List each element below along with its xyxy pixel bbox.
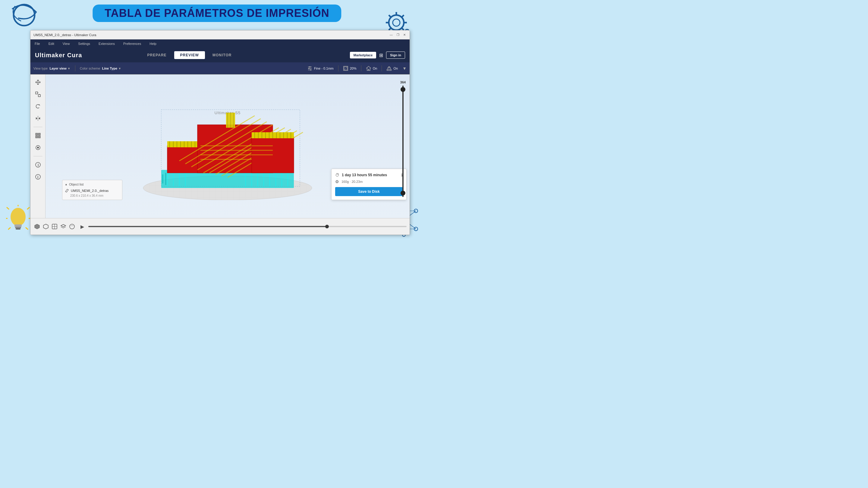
menu-settings[interactable]: Settings xyxy=(77,41,91,46)
slider-fill xyxy=(88,226,327,227)
svg-rect-21 xyxy=(15,227,21,228)
nav-tabs: PREPARE PREVIEW MONITOR xyxy=(141,51,238,59)
support-label: On xyxy=(373,67,377,70)
arrange-tool[interactable] xyxy=(33,131,43,140)
play-button[interactable]: ▶ xyxy=(79,223,86,230)
apps-icon[interactable]: ⊞ xyxy=(379,53,383,58)
menu-extensions[interactable]: Extensions xyxy=(97,41,116,46)
info-tool-2[interactable]: i xyxy=(33,172,43,182)
solid-view-icon[interactable] xyxy=(33,223,41,230)
xray-icon[interactable] xyxy=(51,223,58,230)
svg-text:i: i xyxy=(37,175,38,179)
logo-bold: Cura xyxy=(67,52,82,59)
adhesion-label: On xyxy=(393,67,398,70)
quality-value: Fine - 0.1mm xyxy=(314,67,334,70)
menu-preferences[interactable]: Preferences xyxy=(122,41,142,46)
svg-text:i: i xyxy=(38,163,38,167)
marketplace-button[interactable]: Marketplace xyxy=(350,52,376,59)
svg-line-17 xyxy=(8,227,10,230)
svg-point-132 xyxy=(70,224,74,229)
infill-group[interactable]: 20% xyxy=(343,66,356,71)
colorscheme-label: Color scheme xyxy=(80,67,100,70)
move-tool[interactable] xyxy=(33,77,43,87)
left-sidebar: i i xyxy=(30,74,45,218)
layer-thumb-top[interactable] xyxy=(401,87,405,92)
save-to-disk-button[interactable]: Save to Disk xyxy=(335,187,403,196)
minimize-button[interactable]: — xyxy=(389,33,393,37)
page-title: TABLA DE PARÁMETROS DE IMPRESIÓN xyxy=(104,7,329,20)
viewtype-value: Layer view ▼ xyxy=(50,67,70,70)
shape-icons xyxy=(33,223,76,230)
signin-button[interactable]: Sign in xyxy=(386,52,405,59)
svg-line-43 xyxy=(344,67,347,70)
object-list-panel: ▲ Object list UMS5_NEMI_2.0._detras 230.… xyxy=(62,180,122,200)
main-content: i i Ultimaker S5 xyxy=(30,74,410,218)
menu-edit[interactable]: Edit xyxy=(47,41,56,46)
support-group[interactable]: On xyxy=(366,66,377,71)
layer-track[interactable] xyxy=(402,86,404,197)
decorative-bulb xyxy=(6,205,30,235)
logo-light: Ultimaker xyxy=(35,52,67,59)
playback-controls: ▶ xyxy=(79,223,407,230)
layer-thumb-bottom[interactable] xyxy=(401,191,405,195)
object-list-header[interactable]: ▲ Object list xyxy=(65,183,120,186)
playback-slider[interactable] xyxy=(88,226,407,227)
viewtype-label: View type xyxy=(33,67,48,70)
title-banner: TABLA DE PARÁMETROS DE IMPRESIÓN xyxy=(93,4,341,22)
quality-icon xyxy=(307,66,313,71)
menubar: File Edit View Settings Extensions Prefe… xyxy=(30,39,410,48)
edit-icon xyxy=(65,189,69,193)
settings-expand-icon[interactable]: ▼ xyxy=(402,66,407,71)
close-button[interactable]: ✕ xyxy=(402,33,407,37)
header-right: Marketplace ⊞ Sign in xyxy=(350,52,405,59)
toolbar: View type Layer view ▼ Color scheme Line… xyxy=(30,62,410,74)
object-list-item: UMS5_NEMI_2.0._detras xyxy=(65,188,120,193)
tab-prepare[interactable]: PREPARE xyxy=(141,51,173,59)
cura-window: UMS5_NEMI_2.0._detras - Ultimaker Cura —… xyxy=(30,30,410,235)
toolbar-separator-1 xyxy=(75,65,75,71)
rotate-tool[interactable] xyxy=(33,101,43,111)
sidebar-separator-2 xyxy=(33,156,42,156)
menu-help[interactable]: Help xyxy=(148,41,158,46)
tab-monitor[interactable]: MONITOR xyxy=(207,51,238,59)
layers-icon[interactable] xyxy=(60,223,67,230)
tab-preview[interactable]: PREVIEW xyxy=(174,51,205,59)
svg-rect-44 xyxy=(387,69,391,70)
svg-point-2 xyxy=(393,19,400,26)
svg-line-13 xyxy=(7,207,9,209)
app-header: Ultimaker Cura PREPARE PREVIEW MONITOR M… xyxy=(30,48,410,62)
svg-marker-53 xyxy=(38,117,40,120)
info-tool-1[interactable]: i xyxy=(33,160,43,170)
quality-group[interactable]: Fine - 0.1mm xyxy=(307,66,334,71)
mirror-tool[interactable] xyxy=(33,113,43,123)
support-tool[interactable] xyxy=(33,143,43,153)
scale-tool[interactable] xyxy=(33,90,43,99)
svg-rect-47 xyxy=(36,92,38,94)
colorscheme-value: Line Type ▼ xyxy=(102,67,121,70)
layer-slider[interactable]: 364 xyxy=(399,80,407,197)
wireframe-icon[interactable] xyxy=(42,223,50,230)
restore-button[interactable]: ❐ xyxy=(396,33,400,37)
menu-view[interactable]: View xyxy=(61,41,71,46)
infill-icon xyxy=(343,66,348,71)
svg-rect-20 xyxy=(14,224,22,227)
svg-line-9 xyxy=(401,15,404,18)
adhesion-icon xyxy=(386,66,392,71)
window-controls: — ❐ ✕ xyxy=(389,33,407,37)
svg-rect-22 xyxy=(16,228,21,230)
svg-line-14 xyxy=(27,207,30,209)
adhesion-group[interactable]: On xyxy=(386,66,398,71)
print-info-panel: ⏱ 1 day 13 hours 55 minutes ℹ ⚙ 160g · 2… xyxy=(331,169,407,200)
support-icon xyxy=(366,66,371,71)
3d-model xyxy=(137,95,318,200)
window-title: UMS5_NEMI_2.0._detras - Ultimaker Cura xyxy=(33,33,96,37)
svg-rect-57 xyxy=(38,136,40,138)
svg-rect-48 xyxy=(38,95,40,97)
bottom-bar: ▶ xyxy=(30,218,410,235)
slider-thumb[interactable] xyxy=(325,225,329,228)
viewport[interactable]: Ultimaker S5 xyxy=(45,74,410,218)
svg-line-8 xyxy=(401,27,404,30)
menu-file[interactable]: File xyxy=(33,41,41,46)
material-icon[interactable] xyxy=(68,223,76,230)
print-time-row: ⏱ 1 day 13 hours 55 minutes ℹ xyxy=(335,173,403,177)
